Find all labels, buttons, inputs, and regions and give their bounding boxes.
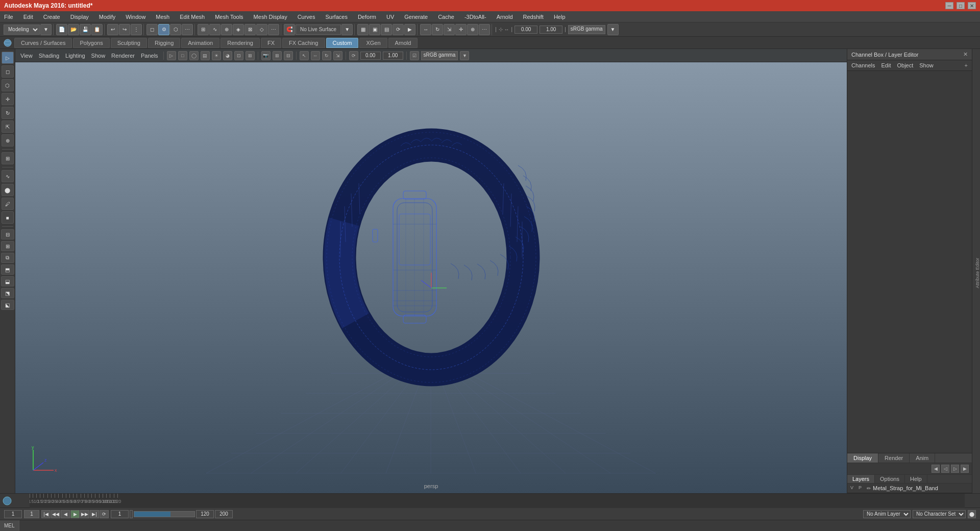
tab-xgen[interactable]: XGen	[359, 38, 387, 48]
tab-animation[interactable]: Animation	[181, 38, 219, 48]
menu-redshift[interactable]: Redshift	[521, 13, 546, 21]
undo-button[interactable]: ↩	[107, 24, 118, 35]
tab-fx-caching[interactable]: FX Caching	[282, 38, 325, 48]
cluster-button[interactable]: ⊟	[1, 229, 14, 239]
move-button[interactable]: ↔	[420, 24, 431, 35]
select-tool-button[interactable]: ▷	[2, 52, 14, 64]
cb-channels-menu[interactable]: Channels	[851, 62, 875, 68]
panel-add-button[interactable]: +	[965, 62, 968, 68]
vp-rotate2-icon[interactable]: ↻	[322, 51, 331, 60]
soft-mod-button[interactable]: ⋯	[479, 24, 490, 35]
vp-menu-lighting[interactable]: Lighting	[63, 52, 87, 60]
workspace-selector[interactable]: Modeling	[4, 25, 40, 35]
lattice-button[interactable]: ⊞	[1, 241, 14, 251]
vp-gamma-down[interactable]: ▼	[460, 51, 469, 60]
vp-wireframe-icon[interactable]: □	[178, 51, 187, 60]
vp-shadow-icon[interactable]: ◕	[223, 51, 232, 60]
undo-queue-button[interactable]: ⋮	[131, 24, 142, 35]
no-live-surface-button[interactable]: No Live Surface	[296, 25, 341, 35]
snap-extra-button[interactable]: ⋯	[268, 24, 279, 35]
vp-cam-icon[interactable]: 📷	[261, 51, 271, 60]
tab-curves-surfaces[interactable]: Curves / Surfaces	[14, 38, 72, 48]
current-frame-input[interactable]	[4, 510, 22, 518]
range-start-input[interactable]	[111, 510, 129, 518]
tab-polygons[interactable]: Polygons	[73, 38, 109, 48]
menu-mesh[interactable]: Mesh	[154, 13, 172, 21]
render3-button[interactable]: ▤	[381, 24, 392, 35]
menu-curves[interactable]: Curves	[296, 13, 317, 21]
cb-show-menu[interactable]: Show	[919, 62, 934, 68]
anim-end-input[interactable]	[215, 510, 233, 518]
vp-grid-icon[interactable]: ⊞	[273, 51, 282, 60]
attr-editor-label[interactable]: Attribute Editor	[975, 256, 980, 291]
vp-move2-icon[interactable]: ↔	[311, 51, 320, 60]
layer-pencil-icon[interactable]: ✏	[867, 486, 871, 491]
viewport-3d[interactable]: View Shading Lighting Show Renderer Pane…	[15, 49, 847, 493]
layer-prev2-button[interactable]: ◁	[941, 465, 949, 473]
gamma-selector[interactable]: sRGB gamma	[568, 25, 605, 34]
move-tool-button[interactable]: ✛	[2, 93, 14, 105]
mel-input[interactable]	[19, 520, 980, 532]
workspace-options-button[interactable]: ▼	[40, 24, 52, 35]
value1-input[interactable]	[514, 26, 537, 34]
tab-rigging[interactable]: Rigging	[148, 38, 180, 48]
magnet-button[interactable]: 🧲	[284, 24, 295, 35]
tab-sculpting[interactable]: Sculpting	[111, 38, 147, 48]
scale-tool-button[interactable]: ⇱	[2, 120, 14, 133]
menu-edit[interactable]: Edit	[21, 13, 35, 21]
cb-edit-menu[interactable]: Edit	[881, 62, 891, 68]
anim-layer-selector[interactable]: No Anim Layer	[863, 510, 911, 518]
snap-point-button[interactable]: ⊕	[221, 24, 232, 35]
vp-gamma-check[interactable]: ☑	[410, 51, 419, 60]
layer-next2-button[interactable]: ▶	[961, 465, 969, 473]
menu-display[interactable]: Display	[68, 13, 91, 21]
universal-button[interactable]: ⊕	[2, 134, 14, 147]
show-manipulator-button[interactable]: ⊞	[2, 152, 14, 164]
scale-button[interactable]: ⇲	[444, 24, 455, 35]
play-forward-button[interactable]: ▶	[70, 510, 80, 518]
vp-menu-show[interactable]: Show	[89, 52, 108, 60]
color-button[interactable]: ■	[2, 211, 14, 224]
frame-input2[interactable]	[24, 510, 39, 518]
menu-generate[interactable]: Generate	[402, 13, 430, 21]
tab-arnold-tabs[interactable]: Arnold	[388, 38, 418, 48]
minimize-button[interactable]: ─	[945, 2, 953, 9]
anim-tab[interactable]: Anim	[910, 453, 935, 463]
snap-view-button[interactable]: ⊠	[244, 24, 256, 35]
value2-input[interactable]	[540, 26, 562, 34]
sculpt-tool-button[interactable]: ⬤	[2, 184, 14, 196]
custom-transform-button[interactable]: ✛	[455, 24, 467, 35]
redo-button[interactable]: ↪	[119, 24, 130, 35]
menu-uv[interactable]: UV	[384, 13, 396, 21]
cb-object-menu[interactable]: Object	[897, 62, 913, 68]
vp-menu-renderer[interactable]: Renderer	[109, 52, 137, 60]
select-extra-button[interactable]: ⋯	[182, 24, 193, 35]
render5-button[interactable]: ▶	[404, 24, 415, 35]
close-button[interactable]: ✕	[968, 2, 976, 9]
vp-iso-icon[interactable]: ⊞	[246, 51, 255, 60]
vp-select2-icon[interactable]: ↖	[300, 51, 309, 60]
lasso-button[interactable]: ⚙	[158, 24, 169, 35]
render1-button[interactable]: ▦	[357, 24, 369, 35]
save-scene-button[interactable]: 💾	[80, 24, 91, 35]
vp-value1-input[interactable]	[360, 52, 381, 60]
menu-create[interactable]: Create	[41, 13, 62, 21]
paint-select-button[interactable]: ⬡	[2, 79, 14, 91]
sculpt2-button[interactable]: ⬔	[1, 288, 14, 298]
start-frame-input[interactable]	[24, 510, 39, 518]
layer-prev-button[interactable]: ◀	[932, 465, 940, 473]
universal-manip-button[interactable]: ⊕	[467, 24, 478, 35]
character-set-selector[interactable]: No Character Set	[913, 510, 966, 518]
snap-grid-button[interactable]: ⊞	[198, 24, 209, 35]
vp-hud-icon[interactable]: ⊟	[284, 51, 293, 60]
vp-texture-icon[interactable]: ▤	[201, 51, 210, 60]
menu-modify[interactable]: Modify	[97, 13, 117, 21]
vp-xray-icon[interactable]: ⊡	[234, 51, 243, 60]
menu-edit-mesh[interactable]: Edit Mesh	[178, 13, 207, 21]
loop-button[interactable]: ⟳	[100, 510, 109, 518]
snap-edge-button[interactable]: ◇	[256, 24, 267, 35]
vp-menu-shading[interactable]: Shading	[37, 52, 61, 60]
menu-deform[interactable]: Deform	[356, 13, 378, 21]
vp-select-icon[interactable]: ▷	[167, 51, 176, 60]
play-back-button[interactable]: ◀	[61, 510, 70, 518]
